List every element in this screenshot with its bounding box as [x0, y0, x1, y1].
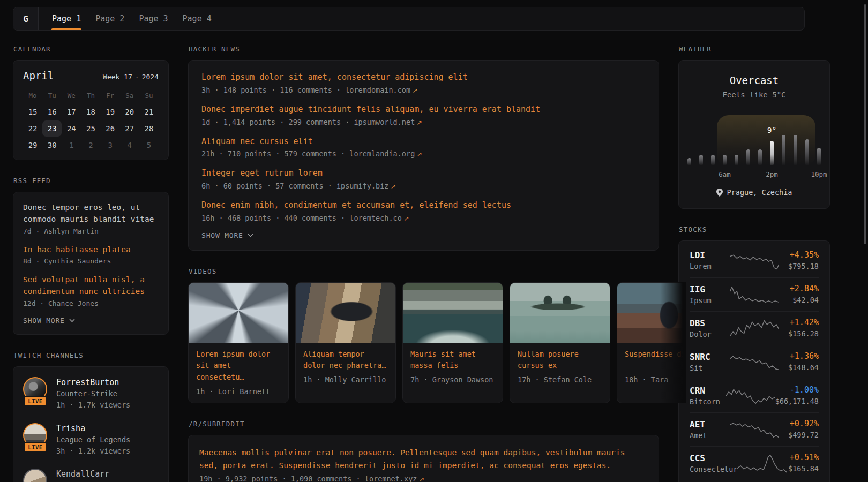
- story-link[interactable]: Integer eget rutrum lorem: [201, 168, 646, 179]
- weather-bar-current: [770, 141, 774, 165]
- app-logo[interactable]: G: [13, 7, 39, 30]
- video-title[interactable]: Mauris sit amet massa felis: [410, 349, 495, 372]
- stock-name: Consectetur: [690, 464, 737, 475]
- tab-page-4[interactable]: Page 4: [182, 7, 212, 30]
- time-axis-label: 2pm: [766, 170, 778, 178]
- rss-item-link[interactable]: In hac habitasse platea: [23, 244, 159, 256]
- weather-bar-slot: [684, 116, 695, 165]
- weather-bar-slot: [754, 116, 766, 165]
- weather-condition: Overcast: [679, 74, 829, 86]
- stock-row[interactable]: AHS +0.46%: [690, 480, 819, 482]
- hackernews-show-more-button[interactable]: SHOW MORE: [201, 231, 253, 239]
- stock-row[interactable]: LDI Lorem +4.35% $795.18: [690, 244, 819, 277]
- rss-item: Sed volutpat nulla nisl, a condimentum n…: [23, 274, 159, 307]
- weather-bar-slot: 6am: [719, 116, 731, 165]
- story-link[interactable]: Donec imperdiet augue tincidunt felis al…: [201, 104, 646, 116]
- channel-game: League of Legends: [56, 434, 130, 446]
- calendar-day-next-month: 5: [139, 137, 159, 153]
- stock-row[interactable]: AET Amet +0.92% $499.72: [690, 412, 819, 446]
- video-meta: 7h · Grayson Dawson: [410, 375, 495, 384]
- channel-name[interactable]: KendallCarr: [56, 469, 109, 480]
- story-meta: 21h · 710 points · 579 comments · loreml…: [201, 149, 646, 158]
- time-axis-label: 10pm: [811, 170, 827, 178]
- tab-page-3[interactable]: Page 3: [138, 7, 168, 30]
- stock-row[interactable]: CCS Consectetur +0.51% $165.84: [690, 446, 819, 480]
- video-card[interactable]: Lorem ipsum dolor sit amet consectetu… 1…: [188, 282, 289, 403]
- calendar-day: 24: [62, 120, 81, 137]
- weather-bar: [711, 155, 715, 165]
- weather-bar-slot: [731, 116, 743, 165]
- video-thumbnail[interactable]: [403, 283, 503, 343]
- video-card[interactable]: Suspendisse diam 18h · Tara: [617, 282, 686, 403]
- stock-row[interactable]: SNRC Sit +1.36% $148.64: [690, 345, 819, 379]
- weather-bar: [723, 155, 727, 165]
- rss-card: Donec tempor eros leo, ut commodo mauris…: [13, 192, 169, 335]
- story-link[interactable]: Lorem ipsum dolor sit amet, consectetur …: [201, 72, 646, 84]
- calendar-week-info: Week 17·2024: [103, 73, 159, 81]
- subreddit-card: Maecenas mollis pulvinar erat non posuer…: [188, 435, 659, 482]
- video-thumbnail[interactable]: [510, 283, 610, 343]
- stock-row[interactable]: IIG Ipsum +2.84% $42.04: [690, 277, 819, 311]
- stock-sparkline: [737, 453, 787, 473]
- weather-bar-slot: [695, 116, 707, 165]
- stock-symbol: CRN: [690, 385, 726, 397]
- rss-item-link[interactable]: Donec tempor eros leo, ut commodo mauris…: [23, 202, 159, 225]
- avatar: [23, 469, 47, 482]
- video-title[interactable]: Lorem ipsum dolor sit amet consectetu…: [196, 349, 281, 383]
- twitch-channel-row[interactable]: LIVE ForrestBurton Counter-Strike 1h · 1…: [23, 377, 159, 411]
- weekday-label: Tu: [42, 88, 62, 103]
- video-thumbnail[interactable]: [617, 283, 686, 343]
- channel-viewers: 1h · 1.7k viewers: [56, 400, 130, 411]
- stock-name: Lorem: [690, 261, 730, 272]
- weather-feels-like: Feels like 5°C: [679, 91, 829, 99]
- rss-widget: RSS FEED Donec tempor eros leo, ut commo…: [13, 177, 169, 335]
- stock-name: Dolor: [690, 329, 730, 340]
- external-link-icon: ↗: [403, 214, 409, 222]
- chevron-down-icon: [248, 234, 253, 237]
- video-title[interactable]: Aliquam tempor dolor nec pharetra…: [303, 349, 388, 372]
- page-scrollbar[interactable]: [864, 4, 866, 244]
- stock-row[interactable]: DBS Dolor +1.42% $156.28: [690, 311, 819, 345]
- calendar-day-next-month: 4: [120, 137, 139, 153]
- tab-page-1[interactable]: Page 1: [51, 7, 81, 30]
- stock-change: +0.51%: [787, 452, 819, 464]
- weather-bar: [758, 149, 762, 165]
- video-thumbnail[interactable]: [189, 283, 288, 343]
- weather-bar: [805, 139, 809, 165]
- stock-price: $165.84: [787, 464, 819, 475]
- chevron-down-icon: [69, 319, 75, 322]
- twitch-channel-row[interactable]: KendallCarr: [23, 469, 159, 482]
- subreddit-widget: /R/SUBREDDIT Maecenas mollis pulvinar er…: [188, 420, 659, 482]
- post-link[interactable]: Maecenas mollis pulvinar erat non posuer…: [199, 446, 648, 472]
- weekday-label: Mo: [23, 88, 42, 103]
- calendar-day: 30: [42, 137, 62, 153]
- story-link[interactable]: Aliquam nec cursus elit: [201, 136, 646, 148]
- tab-page-2[interactable]: Page 2: [95, 7, 125, 30]
- twitch-channel-row[interactable]: LIVE Trisha League of Legends 3h · 1.2k …: [23, 423, 159, 457]
- hackernews-card: Lorem ipsum dolor sit amet, consectetur …: [188, 60, 659, 251]
- video-title[interactable]: Suspendisse diam: [625, 349, 686, 372]
- calendar-day-next-month: 1: [62, 137, 81, 153]
- weather-bar: [817, 148, 821, 165]
- rss-item-link[interactable]: Sed volutpat nulla nisl, a condimentum n…: [23, 274, 159, 298]
- weekday-label: Th: [81, 88, 100, 103]
- calendar-day: 29: [23, 137, 42, 153]
- video-card[interactable]: Aliquam tempor dolor nec pharetra… 1h · …: [295, 282, 396, 403]
- video-thumbnail[interactable]: [296, 283, 395, 343]
- middle-column: HACKER NEWS Lorem ipsum dolor sit amet, …: [188, 45, 659, 482]
- stock-row[interactable]: CRN Bitcorn -1.00% $66,171.48: [690, 379, 819, 412]
- rss-show-more-button[interactable]: SHOW MORE: [23, 317, 75, 325]
- video-title[interactable]: Nullam posuere cursus ex: [518, 349, 602, 372]
- channel-game: Counter-Strike: [56, 388, 130, 400]
- stock-symbol: DBS: [690, 317, 730, 329]
- weather-hourly-chart: 6am9°2pm10pm: [684, 116, 825, 165]
- story-link[interactable]: Donec enim nibh, condimentum et accumsan…: [201, 200, 646, 212]
- video-card[interactable]: Mauris sit amet massa felis 7h · Grayson…: [402, 282, 503, 403]
- channel-name[interactable]: Trisha: [56, 423, 130, 434]
- weather-bar: [687, 158, 691, 165]
- channel-name[interactable]: ForrestBurton: [56, 377, 130, 388]
- video-card[interactable]: Nullam posuere cursus ex 17h · Stefan Co…: [510, 282, 610, 403]
- stock-sparkline: [730, 419, 779, 440]
- stock-name: Sit: [690, 363, 730, 374]
- external-link-icon: ↗: [391, 182, 396, 190]
